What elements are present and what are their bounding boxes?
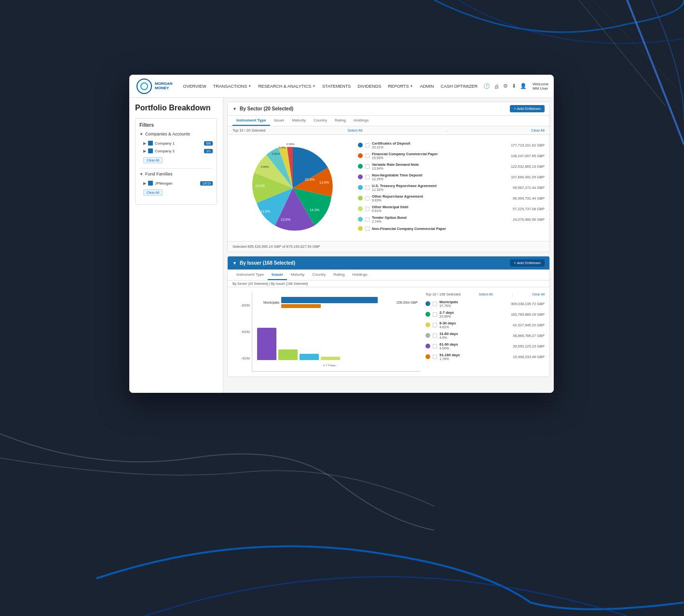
user-icon[interactable]: 👤 bbox=[520, 83, 527, 89]
companies-toggle-arrow: ▼ bbox=[139, 132, 143, 136]
legend-item-4[interactable]: Non-Negotiable Time Deposit 12.25% 107,6… bbox=[358, 172, 545, 182]
legend-dot-7 bbox=[358, 206, 363, 211]
issuer-legend-91-180days[interactable]: 91-180 days 1.76% 15,498,233.46 GBP bbox=[425, 351, 545, 362]
print-icon[interactable]: 🖨 bbox=[494, 83, 499, 89]
legend-item-1[interactable]: Certificates of Deposit 20.21% 177,719,1… bbox=[358, 140, 545, 150]
tab-country[interactable]: Country bbox=[310, 116, 331, 126]
legend-cb-2[interactable] bbox=[365, 154, 369, 158]
tab-issuer[interactable]: Issuer bbox=[270, 116, 288, 126]
issuer-cb-3[interactable] bbox=[433, 323, 437, 327]
download-icon[interactable]: ⬇ bbox=[512, 83, 516, 89]
funds-section-label: Fund Families bbox=[145, 172, 173, 176]
nav-admin[interactable]: ADMIN bbox=[420, 84, 434, 89]
issuer-tab-instrument[interactable]: Instrument Type bbox=[233, 270, 268, 280]
jpmorgan-item[interactable]: ▶ JPMorgan 19/19 bbox=[143, 179, 213, 187]
legend-dot-2 bbox=[358, 153, 363, 158]
nav-statements[interactable]: STATEMENTS bbox=[322, 84, 351, 89]
legend-item-8[interactable]: Tender Option Bond 2.74% 24,076,980.96 G… bbox=[358, 214, 545, 225]
issuer-tab-holdings[interactable]: Holdings bbox=[348, 270, 371, 280]
nav-dividends[interactable]: DIVIDENDS bbox=[357, 84, 381, 89]
settings-icon[interactable]: ⚙ bbox=[503, 83, 508, 89]
companies-section-header[interactable]: ▼ Companies & Accounts bbox=[139, 132, 213, 136]
issuer-cb-2[interactable] bbox=[433, 312, 437, 317]
nav-overview[interactable]: OVERVIEW bbox=[183, 84, 206, 89]
issuer-cb-6[interactable] bbox=[433, 355, 437, 359]
company1-badge: 6/6 bbox=[204, 141, 213, 146]
issuer-toggle[interactable]: ▼ bbox=[233, 261, 237, 266]
issuer-tab-maturity[interactable]: Maturity bbox=[287, 270, 308, 280]
legend-cb-8[interactable] bbox=[365, 217, 369, 222]
tab-instrument-type[interactable]: Instrument Type bbox=[233, 116, 270, 126]
legend-item-2[interactable]: Financial Company Commercial Paper 15.50… bbox=[358, 150, 545, 161]
svg-line-2 bbox=[593, 0, 684, 96]
nav-reports[interactable]: REPORTS ▼ bbox=[388, 84, 413, 89]
bar-blue bbox=[300, 354, 319, 361]
issuer-legend-61-90days[interactable]: 61-90 days 4.50% 39,550,125.23 GBP bbox=[425, 341, 545, 351]
sector-add-drilldown-button[interactable]: + Add Drilldown bbox=[510, 105, 545, 112]
legend-cb-6[interactable] bbox=[365, 196, 369, 201]
issuer-legend-municipals[interactable]: Municipals 37.75% 309,038,139.72 GBP bbox=[425, 298, 545, 309]
legend-val-4: 107,690,491.05 GBP bbox=[511, 175, 545, 179]
issuer-legend-2-7days[interactable]: 2-7 days 20.90% 183,785,889.29 GBP bbox=[425, 309, 545, 320]
sector-toggle[interactable]: ▼ bbox=[233, 107, 237, 111]
legend-item-7[interactable]: Other Municipal Debt 6.51% 57,225,737.08… bbox=[358, 203, 545, 214]
issuer-legend-8-30days[interactable]: 8-30 days 4.81% 42,327,945.20 GBP bbox=[425, 320, 545, 330]
company2-checkbox[interactable] bbox=[148, 148, 153, 153]
sector-clear-all[interactable]: Clear All bbox=[531, 128, 545, 133]
issuer-tab-issuer[interactable]: Issuer bbox=[268, 270, 287, 280]
nav-research[interactable]: RESEARCH & ANALYTICS ▼ bbox=[258, 84, 315, 89]
legend-cb-7[interactable] bbox=[365, 207, 369, 211]
issuer-cb-5[interactable] bbox=[433, 344, 437, 348]
sector-select-all[interactable]: Select All bbox=[347, 128, 362, 133]
tab-maturity[interactable]: Maturity bbox=[288, 116, 309, 126]
funds-clear-all-button[interactable]: Clear All bbox=[143, 189, 163, 196]
legend-name-5: U.S. Treasury Repurchase Agreement 11.33… bbox=[372, 184, 510, 191]
nav-cash-optimizer[interactable]: CASH OPTIMIZER bbox=[441, 84, 478, 89]
nav-transactions[interactable]: TRANSACTIONS ▼ bbox=[213, 84, 251, 89]
companies-clear-all-button[interactable]: Clear All bbox=[143, 157, 163, 163]
legend-item-9[interactable]: Non-Financial Company Commercial Paper bbox=[358, 225, 545, 232]
logo-text: MORGAN MONEY bbox=[155, 82, 172, 91]
tab-holdings[interactable]: Holdings bbox=[350, 116, 372, 126]
issuer-clear-all[interactable]: Clear All bbox=[532, 293, 545, 296]
jpmorgan-checkbox[interactable] bbox=[148, 181, 153, 186]
page-title: Portfolio Breakdown bbox=[135, 104, 217, 112]
company1-item[interactable]: ▶ Company 1 6/6 bbox=[143, 139, 213, 147]
issuer-tab-country[interactable]: Country bbox=[308, 270, 329, 280]
filter-section-companies: ▼ Companies & Accounts ▶ Company 1 6/6 ▶… bbox=[139, 132, 213, 163]
sidebar: Portfolio Breakdown Filters ▼ Companies … bbox=[129, 98, 223, 393]
issuer-cb-1[interactable] bbox=[433, 302, 437, 306]
legend-item-6[interactable]: Other Repurchase Agreement 9.83% 86,394,… bbox=[358, 193, 545, 203]
issuer-tab-rating[interactable]: Rating bbox=[329, 270, 348, 280]
issuer-legend-list: Top 10 / 168 Selected Select All | Clear… bbox=[425, 292, 545, 372]
legend-cb-3[interactable] bbox=[365, 164, 369, 169]
jpmorgan-expand: ▶ bbox=[143, 181, 146, 186]
issuer-select-all[interactable]: Select All bbox=[479, 293, 492, 296]
sector-selected-total: Selected 855,426,995.14 GBP of 879,193,6… bbox=[228, 241, 549, 252]
funds-section-header[interactable]: ▼ Fund Families bbox=[139, 172, 213, 176]
legend-item-5[interactable]: U.S. Treasury Repurchase Agreement 11.33… bbox=[358, 182, 545, 193]
tab-rating[interactable]: Rating bbox=[331, 116, 350, 126]
issuer-cb-4[interactable] bbox=[433, 334, 437, 338]
legend-cb-9[interactable] bbox=[365, 227, 369, 231]
legend-cb-5[interactable] bbox=[365, 186, 369, 190]
svg-text:20.8%: 20.8% bbox=[305, 178, 315, 181]
nav-items: OVERVIEW TRANSACTIONS ▼ RESEARCH & ANALY… bbox=[183, 84, 478, 89]
legend-cb-4[interactable] bbox=[365, 175, 369, 179]
issuer-val-5: 39,550,125.23 GBP bbox=[513, 344, 545, 348]
svg-text:3.69%: 3.69% bbox=[260, 165, 269, 168]
issuer-title: By Issuer (168 Selected) bbox=[240, 260, 507, 266]
legend-dot-4 bbox=[358, 174, 363, 179]
issuer-legend-31-60days[interactable]: 31-60 days 4.9% 36,866,788.27 GBP bbox=[425, 330, 545, 341]
legend-cb-1[interactable] bbox=[365, 143, 369, 147]
nav-right: 🕐 🖨 ⚙ ⬇ 👤 bbox=[483, 83, 527, 89]
svg-text:10.0%: 10.0% bbox=[255, 184, 265, 187]
legend-dot-8 bbox=[358, 217, 363, 222]
company2-item[interactable]: ▶ Company 2 1/1 bbox=[143, 147, 213, 155]
legend-val-6: 86,394,731.44 GBP bbox=[513, 196, 545, 201]
company1-checkbox[interactable] bbox=[148, 141, 153, 146]
legend-item-3[interactable]: Variable Rate Demand Note 13.94% 122,532… bbox=[358, 161, 545, 172]
issuer-add-drilldown-button[interactable]: + Add Drilldown bbox=[510, 259, 545, 267]
legend-name-4: Non-Negotiable Time Deposit 12.25% bbox=[372, 173, 508, 181]
clock-icon[interactable]: 🕐 bbox=[483, 83, 490, 89]
